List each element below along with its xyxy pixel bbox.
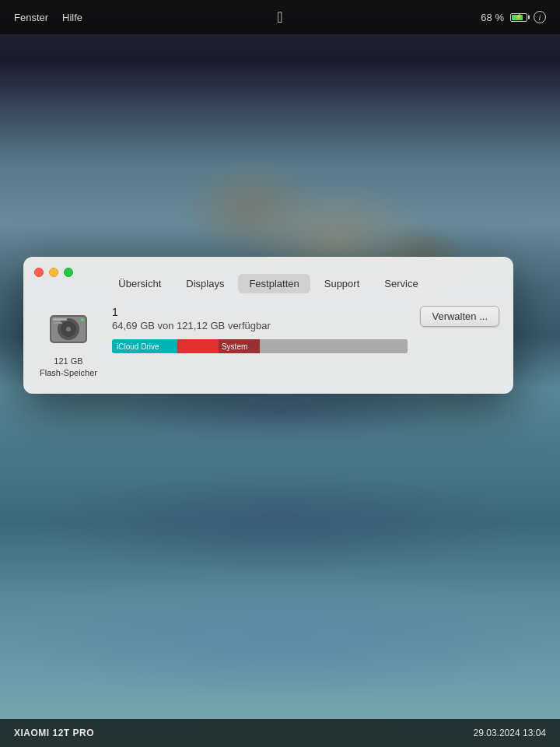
disk-number: 1 [112,306,408,318]
maximize-button[interactable] [64,268,73,277]
lightning-icon: ⚡ [515,14,523,20]
other-bar-segment [177,339,219,353]
icloud-bar-segment: iCloud Drive [112,339,177,353]
phone-datetime: 29.03.2024 13:04 [474,728,546,738]
system-bar-segment: System [219,339,260,353]
disk-label: 121 GB Flash-Speicher [40,356,97,380]
apple-logo-icon:  [277,9,282,26]
close-button[interactable] [34,268,44,277]
svg-point-7 [81,318,84,321]
disk-usage-bar: iCloud Drive System [112,339,408,353]
svg-point-4 [66,327,71,331]
phone-model: XIAOMI 12T PRO [14,728,94,738]
phone-status-bar: XIAOMI 12T PRO 29.03.2024 13:04 [0,719,560,747]
menu-hilfe[interactable]: Hilfe [62,12,82,23]
minimize-button[interactable] [49,268,58,277]
battery-percentage: 68 % [481,12,504,23]
free-bar-segment [260,339,408,353]
menu-fenster[interactable]: Fenster [14,12,48,23]
system-label: System [222,342,247,351]
tab-displays[interactable]: Displays [175,274,235,293]
menu-right: 68 % ⚡ i [481,11,546,23]
tab-ubersicht[interactable]: Übersicht [107,274,172,293]
dialog-content: 121 GB Flash-Speicher 1 64,69 GB von 121… [23,293,513,394]
hard-disk-icon [45,306,92,352]
menu-items: Fenster Hilfe [14,12,82,23]
menu-bar:  Fenster Hilfe 68 % ⚡ i [0,0,560,34]
svg-rect-6 [53,322,62,324]
tab-service[interactable]: Service [373,274,429,293]
disk-available: 64,69 GB von 121,12 GB verfügbar [112,320,408,331]
manage-button[interactable]: Verwalten ... [420,306,499,327]
dialog-titlebar: Übersicht Displays Festplatten Support S… [23,257,513,293]
battery-icon: ⚡ [510,13,527,22]
traffic-lights [34,268,73,277]
icloud-label: iCloud Drive [117,342,159,351]
info-circle-icon[interactable]: i [534,11,546,23]
disk-icon-area: 121 GB Flash-Speicher [37,306,100,380]
disk-info: 1 64,69 GB von 121,12 GB verfügbar iClou… [112,306,408,353]
tab-support[interactable]: Support [313,274,371,293]
dialog-tabs: Übersicht Displays Festplatten Support S… [36,266,501,293]
svg-rect-5 [53,318,67,321]
tab-festplatten[interactable]: Festplatten [238,274,310,293]
system-info-dialog: Übersicht Displays Festplatten Support S… [23,257,513,394]
